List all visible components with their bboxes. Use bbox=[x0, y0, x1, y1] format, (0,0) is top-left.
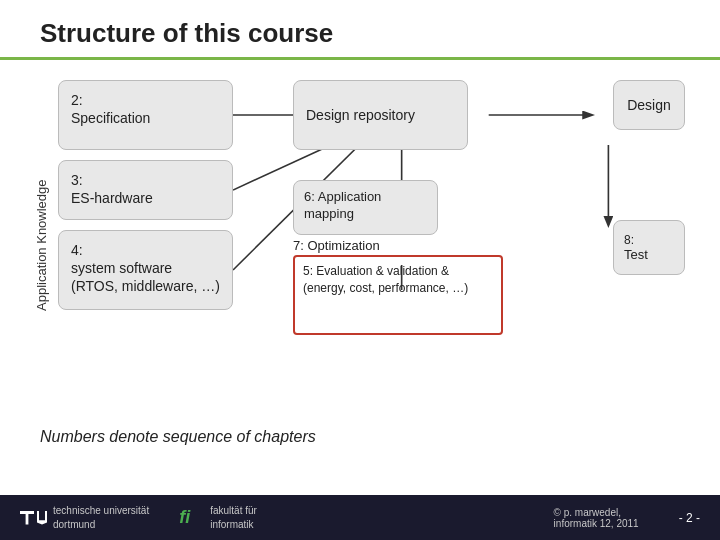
sys-number: 4: bbox=[71, 242, 83, 258]
test-label: Test bbox=[624, 247, 648, 262]
header: Structure of this course bbox=[0, 0, 720, 57]
footnote: Numbers denote sequence of chapters bbox=[0, 420, 720, 446]
diagram-area: Application Knowledge 2: Specification 3… bbox=[0, 60, 720, 420]
spec-label: Specification bbox=[71, 110, 150, 126]
copyright: © p. marwedel, bbox=[554, 507, 639, 518]
faculty-name: informatik bbox=[210, 518, 257, 532]
optimization-text: 7: Optimization bbox=[293, 238, 503, 253]
university-logo: technische universität dortmund bbox=[20, 504, 149, 532]
university-city: dortmund bbox=[53, 518, 149, 532]
tu-logo-icon bbox=[20, 511, 47, 525]
fi-icon: fi bbox=[179, 507, 190, 528]
faculty-label: fakultät für bbox=[210, 504, 257, 518]
sys-software-box: 4: system software (RTOS, middleware, …) bbox=[58, 230, 233, 310]
design-box: Design bbox=[613, 80, 685, 130]
spec-number: 2: bbox=[71, 92, 83, 108]
left-column: 2: Specification 3: ES-hardware 4: syste… bbox=[58, 70, 233, 420]
footnote-text: Numbers denote sequence of chapters bbox=[40, 428, 316, 445]
opt-number: 7: bbox=[293, 238, 304, 253]
faculty-logo: fi bbox=[179, 507, 190, 528]
copyright-text: © p. marwedel, informatik 12, 2011 bbox=[554, 507, 639, 529]
university-name: technische universität bbox=[53, 504, 149, 518]
evaluation-box: 5: Evaluation & validation & (energy, co… bbox=[293, 255, 503, 335]
spec-box: 2: Specification bbox=[58, 80, 233, 150]
footer: technische universität dortmund fi fakul… bbox=[0, 495, 720, 540]
es-label: ES-hardware bbox=[71, 190, 153, 206]
test-box: 8: Test bbox=[613, 220, 685, 275]
eval-label: Evaluation & validation & (energy, cost,… bbox=[303, 264, 468, 295]
faculty-text: fakultät für informatik bbox=[210, 504, 257, 532]
year: informatik 12, 2011 bbox=[554, 518, 639, 529]
sys-label: system software (RTOS, middleware, …) bbox=[71, 260, 220, 294]
design-repo-box: Design repository bbox=[293, 80, 468, 150]
center-right-area: Design repository 6: Application mapping… bbox=[233, 70, 690, 420]
es-number: 3: bbox=[71, 172, 83, 188]
page-title: Structure of this course bbox=[40, 18, 680, 49]
test-number: 8: bbox=[624, 233, 634, 247]
tu-t-shape bbox=[20, 511, 34, 525]
app-mapping-label: Application mapping bbox=[304, 189, 381, 221]
app-mapping-number: 6: bbox=[304, 189, 315, 204]
university-text: technische universität dortmund bbox=[53, 504, 149, 532]
opt-label: Optimization bbox=[307, 238, 379, 253]
design-label: Design bbox=[627, 97, 671, 113]
page-number: - 2 - bbox=[679, 511, 700, 525]
vertical-label: Application Knowledge bbox=[30, 70, 52, 420]
eval-number: 5: bbox=[303, 264, 313, 278]
design-repo-label: Design repository bbox=[306, 106, 415, 124]
app-mapping-box: 6: Application mapping bbox=[293, 180, 438, 235]
es-hardware-box: 3: ES-hardware bbox=[58, 160, 233, 220]
tu-u-shape bbox=[37, 511, 47, 525]
